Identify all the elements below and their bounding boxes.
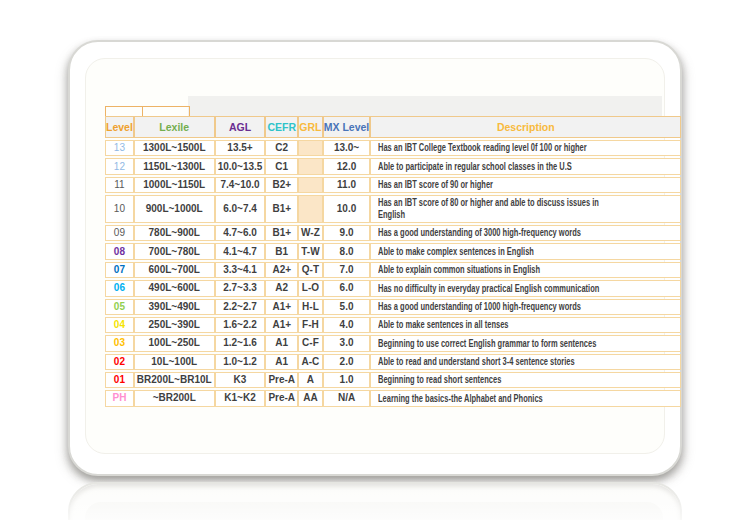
cell-mx: 2.0: [323, 354, 371, 370]
cell-lexile: 390L~490L: [134, 299, 215, 315]
cell-level: 03: [105, 335, 134, 351]
table-row-level-ph: PH~BR200LK1~K2Pre-AAAN/ALearning the bas…: [105, 390, 681, 406]
cell-lexile: 10L~100L: [134, 354, 215, 370]
cell-agl: 1.0~1.2: [215, 354, 266, 370]
cell-lexile: 900L~1000L: [134, 195, 215, 223]
cell-mx: 1.0: [323, 372, 371, 388]
cell-agl: 4.7~6.0: [215, 225, 266, 241]
cell-agl: 7.4~10.0: [215, 177, 266, 193]
cell-agl: 6.0~7.4: [215, 195, 266, 223]
cell-lexile: 490L~600L: [134, 280, 215, 296]
cell-desc: Beginning to read short sentences: [370, 372, 681, 388]
cell-mx: 4.0: [323, 317, 371, 333]
cell-grl: C-F: [298, 335, 323, 351]
cell-grl: L-O: [298, 280, 323, 296]
cell-cefr: Pre-A: [265, 372, 298, 388]
cell-level: 13: [105, 140, 134, 156]
description-text: Able to read and understand short 3-4 se…: [378, 355, 575, 369]
cell-lexile: 1150L~1300L: [134, 158, 215, 174]
cell-agl: K3: [215, 372, 266, 388]
cell-desc: Has a good understanding of 1000 high-fr…: [370, 299, 681, 315]
cell-desc: Has an IBT score of 80 or higher and abl…: [370, 195, 681, 223]
table-row-level-12: 121150L~1300L10.0~13.5C112.0Able to part…: [105, 158, 681, 174]
table-row-level-04: 04250L~390L1.6~2.2A1+F-H4.0Able to make …: [105, 317, 681, 333]
reading-levels-table: LevelLexileAGLCEFRGRLMX LevelDescription…: [105, 114, 681, 409]
cell-mx: 5.0: [323, 299, 371, 315]
cell-level: 04: [105, 317, 134, 333]
cell-desc: Able to read and understand short 3-4 se…: [370, 354, 681, 370]
cell-level: PH: [105, 390, 134, 406]
levels-table-wrap: LevelLexileAGLCEFRGRLMX LevelDescription…: [105, 114, 681, 409]
cell-cefr: A2+: [265, 262, 298, 278]
cell-agl: K1~K2: [215, 390, 266, 406]
cell-agl: 2.7~3.3: [215, 280, 266, 296]
description-text: Able to participate in regular school cl…: [378, 160, 572, 174]
cell-lexile: BR200L~BR10L: [134, 372, 215, 388]
card-reflection: [68, 482, 682, 520]
table-row-level-09: 09780L~900L4.7~6.0B1+W-Z9.0Has a good un…: [105, 225, 681, 241]
column-header-grl: GRL: [298, 116, 323, 138]
cell-desc: Beginning to use correct English grammar…: [370, 335, 681, 351]
cell-desc: Has an IBT score of 90 or higher: [370, 177, 681, 193]
cell-agl: 3.3~4.1: [215, 262, 266, 278]
cell-grl: Q-T: [298, 262, 323, 278]
table-row-level-07: 07600L~700L3.3~4.1A2+Q-T7.0Able to expla…: [105, 262, 681, 278]
cell-level: 09: [105, 225, 134, 241]
cell-desc: Able to participate in regular school cl…: [370, 158, 681, 174]
description-text: Beginning to use correct English grammar…: [378, 337, 596, 351]
cell-desc: Able to make complex sentences in Englis…: [370, 243, 681, 259]
cell-cefr: B1+: [265, 225, 298, 241]
description-text: Has an IBT score of 80 or higher and abl…: [378, 197, 603, 221]
cell-grl: [298, 195, 323, 223]
cell-cefr: C1: [265, 158, 298, 174]
card-reflection-inner: [85, 502, 663, 520]
cell-grl: A-C: [298, 354, 323, 370]
column-header-description: Description: [370, 116, 681, 138]
column-header-lexile: Lexile: [134, 116, 215, 138]
table-row-level-13: 131300L~1500L13.5+C213.0~Has an IBT Coll…: [105, 140, 681, 156]
cell-mx: 9.0: [323, 225, 371, 241]
cell-lexile: 780L~900L: [134, 225, 215, 241]
cell-grl: W-Z: [298, 225, 323, 241]
cell-mx: 7.0: [323, 262, 371, 278]
cell-grl: F-H: [298, 317, 323, 333]
description-text: Able to explain common situations in Eng…: [378, 263, 540, 277]
gray-band: [188, 96, 662, 116]
cell-lexile: 250L~390L: [134, 317, 215, 333]
cell-lexile: 100L~250L: [134, 335, 215, 351]
description-text: Has a good understanding of 3000 high-fr…: [378, 226, 581, 240]
cell-desc: Learning the basics-the Alphabet and Pho…: [370, 390, 681, 406]
cell-level: 07: [105, 262, 134, 278]
cell-grl: [298, 140, 323, 156]
cell-agl: 1.6~2.2: [215, 317, 266, 333]
cell-agl: 2.2~2.7: [215, 299, 266, 315]
cell-mx: 12.0: [323, 158, 371, 174]
table-row-level-03: 03100L~250L1.2~1.6A1C-F3.0Beginning to u…: [105, 335, 681, 351]
cell-grl: [298, 177, 323, 193]
cell-lexile: 600L~700L: [134, 262, 215, 278]
cell-cefr: B1+: [265, 195, 298, 223]
cell-level: 01: [105, 372, 134, 388]
table-row-level-02: 0210L~100L1.0~1.2A1A-C2.0Able to read an…: [105, 354, 681, 370]
cell-cefr: A1+: [265, 317, 298, 333]
cell-level: 12: [105, 158, 134, 174]
description-text: Able to make complex sentences in Englis…: [378, 245, 534, 259]
device-card: LevelLexileAGLCEFRGRLMX LevelDescription…: [68, 40, 682, 476]
description-text: Has an IBT score of 90 or higher: [378, 178, 493, 192]
cell-desc: Has an IBT College Textbook reading leve…: [370, 140, 681, 156]
cell-level: 02: [105, 354, 134, 370]
table-header-row: LevelLexileAGLCEFRGRLMX LevelDescription: [105, 116, 681, 138]
cell-cefr: B2+: [265, 177, 298, 193]
table-row-level-08: 08700L~780L4.1~4.7B1T-W8.0Able to make c…: [105, 243, 681, 259]
cell-grl: AA: [298, 390, 323, 406]
cell-cefr: A2: [265, 280, 298, 296]
cell-cefr: Pre-A: [265, 390, 298, 406]
cell-mx: 3.0: [323, 335, 371, 351]
column-header-cefr: CEFR: [265, 116, 298, 138]
column-header-mx-level: MX Level: [323, 116, 371, 138]
table-row-level-06: 06490L~600L2.7~3.3A2L-O6.0Has no difficu…: [105, 280, 681, 296]
description-text: Able to make sentences in all tenses: [378, 318, 508, 332]
cell-cefr: A1: [265, 354, 298, 370]
cell-mx: 8.0: [323, 243, 371, 259]
cell-mx: N/A: [323, 390, 371, 406]
